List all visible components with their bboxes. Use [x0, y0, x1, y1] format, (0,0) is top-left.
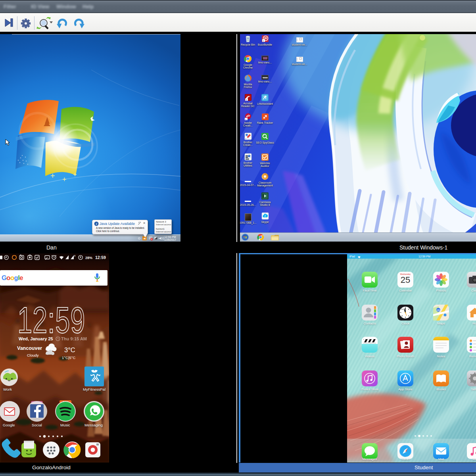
- svg-text:280: 280: [436, 309, 440, 311]
- svg-text:12:59: 12:59: [17, 299, 85, 340]
- svg-text:R: R: [74, 255, 76, 257]
- svg-text:3°C: 3°C: [64, 346, 75, 353]
- svg-text:12:59 PM: 12:59 PM: [418, 255, 430, 258]
- svg-text:28%: 28%: [85, 256, 92, 260]
- svg-text:Thu 9:15 AM: Thu 9:15 AM: [61, 336, 87, 341]
- svg-text:12:59: 12:59: [95, 255, 106, 260]
- svg-text:iPad: iPad: [349, 255, 355, 258]
- svg-text:Cloudy: Cloudy: [27, 353, 39, 357]
- svg-text:1°C|5°C: 1°C|5°C: [62, 355, 75, 360]
- svg-text:Wed, January 25: Wed, January 25: [19, 336, 53, 341]
- svg-text:Vancouver: Vancouver: [17, 345, 42, 351]
